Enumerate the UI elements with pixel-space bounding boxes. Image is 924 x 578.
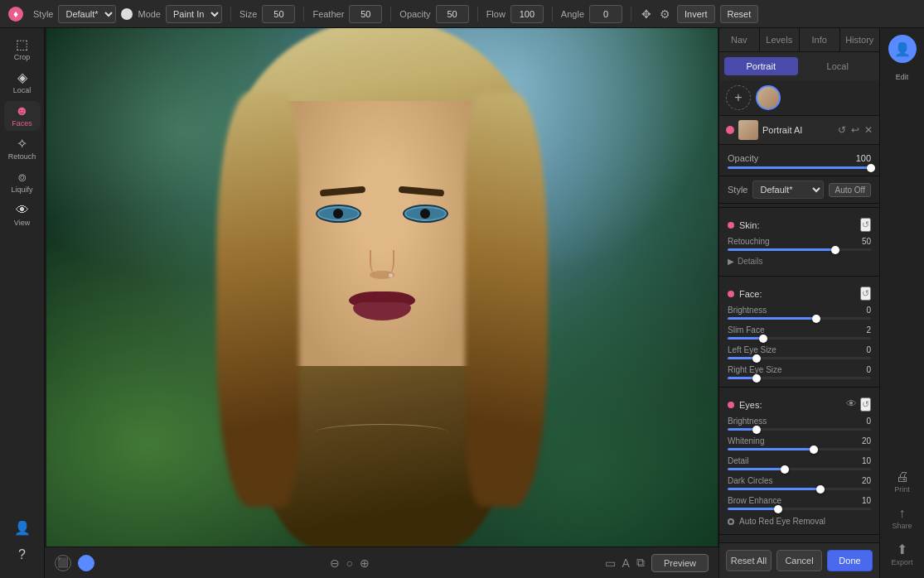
layer-thumbnail [738, 120, 758, 140]
face-thumbnail[interactable] [756, 85, 781, 110]
face-reset-button[interactable]: ↺ [860, 287, 871, 301]
brow-enhance-label: Brow Enhance [728, 496, 781, 505]
tab-local[interactable]: Local [801, 57, 875, 75]
feather-input[interactable]: 50 [349, 5, 382, 23]
eyes-dot [728, 402, 734, 408]
main-area: ⬚ Crop ◈ Local ☻ Faces ✧ Retouch ⌾ Liqui… [0, 28, 924, 578]
user-avatar[interactable]: 👤 [888, 35, 917, 63]
face-brightness-slider[interactable] [728, 317, 871, 320]
layer-reset-icon[interactable]: ↺ [838, 124, 846, 136]
export-button[interactable]: ⬆ Export [884, 538, 921, 571]
face-dot [728, 291, 734, 297]
help-icon-btn[interactable]: ? [4, 545, 41, 565]
skin-section-header: Skin: ↺ [719, 211, 879, 235]
crop-label: Crop [14, 53, 31, 61]
skin-reset-button[interactable]: ↺ [860, 218, 871, 232]
canvas-view-square[interactable]: ⬛ [55, 555, 71, 571]
local-icon: ◈ [17, 71, 27, 84]
mode-select[interactable]: Paint In [166, 5, 222, 23]
canvas-mask-icon[interactable]: ▭ [605, 556, 616, 570]
eyes-reset-button[interactable]: ↺ [860, 397, 871, 412]
reset-button[interactable]: Reset [720, 5, 759, 23]
details-row[interactable]: ▶ Details [719, 255, 879, 272]
angle-input[interactable]: 0 [589, 5, 622, 23]
hair-sides [216, 28, 548, 547]
layer-undo-icon[interactable]: ↩ [851, 124, 859, 136]
eyes-title: Eyes: [739, 400, 762, 410]
add-face-button[interactable]: + [726, 85, 751, 110]
sidebar-item-local[interactable]: ◈ Local [4, 68, 41, 98]
detail-slider[interactable] [728, 468, 871, 470]
retouching-slider[interactable] [728, 248, 871, 251]
whitening-value: 20 [862, 436, 871, 446]
done-button[interactable]: Done [827, 550, 873, 571]
top-toolbar: ♦ Style Default* Mode Paint In Size 50 F… [0, 0, 924, 28]
layer-actions: ↺ ↩ ✕ [838, 124, 873, 136]
zoom-out-icon[interactable]: ⊖ [330, 556, 340, 570]
eyes-brightness-slider[interactable] [728, 428, 871, 431]
dark-circles-slider[interactable] [728, 488, 871, 490]
fit-icon[interactable]: ○ [346, 556, 353, 570]
export-label: Export [891, 558, 912, 566]
style-label: Style [33, 9, 53, 19]
tab-levels[interactable]: Levels [760, 28, 801, 51]
settings-icon[interactable]: ⚙ [658, 7, 672, 22]
eyes-enhance-icon[interactable]: 👁 [846, 397, 857, 412]
sidebar-item-faces[interactable]: ☻ Faces [4, 101, 41, 131]
toolbar-sep-4 [477, 7, 478, 22]
tab-history[interactable]: History [840, 28, 880, 51]
whitening-slider[interactable] [728, 448, 871, 450]
share-button[interactable]: ↑ Share [884, 502, 921, 535]
whitening-label: Whitening [728, 436, 764, 446]
sidebar-item-crop[interactable]: ⬚ Crop [4, 35, 41, 65]
retouch-icon: ✧ [17, 137, 27, 151]
canvas-view-round[interactable] [78, 555, 94, 571]
eyes-brightness-label: Brightness [728, 417, 767, 426]
opacity-row: Opacity 100 [719, 150, 879, 176]
right-eye-slider[interactable] [728, 377, 871, 379]
flow-input[interactable]: 100 [510, 5, 544, 23]
layer-visibility-toggle[interactable] [726, 126, 734, 134]
zoom-in-icon[interactable]: ⊕ [360, 556, 370, 570]
eyes-section-header: Eyes: 👁 ↺ [719, 391, 879, 415]
lips [349, 291, 415, 320]
export-icon: ⬆ [897, 543, 907, 556]
people-icon-btn[interactable]: 👤 [4, 518, 41, 538]
size-input[interactable]: 50 [262, 5, 295, 23]
style-select-panel[interactable]: Default* [752, 181, 824, 199]
sidebar-item-retouch[interactable]: ✧ Retouch [4, 134, 41, 164]
preview-button[interactable]: Preview [651, 554, 709, 572]
slim-face-slider[interactable] [728, 337, 871, 340]
brow-enhance-slider[interactable] [728, 508, 871, 510]
canvas-text-icon[interactable]: A [622, 556, 630, 570]
left-eye-slider[interactable] [728, 357, 871, 359]
sidebar-item-liquify[interactable]: ⌾ Liquify [4, 167, 41, 197]
sidebar-item-view[interactable]: 👁 View [4, 200, 41, 230]
detail-label: Detail [728, 456, 749, 465]
face-brightness-value: 0 [866, 306, 871, 315]
auto-red-eye-checkbox[interactable] [728, 518, 734, 525]
canvas-compare-icon[interactable]: ⧉ [636, 556, 645, 570]
auto-off-button[interactable]: Auto Off [829, 183, 871, 197]
user-avatar-icon: 👤 [894, 41, 911, 57]
tab-info[interactable]: Info [800, 28, 840, 51]
far-right-panel: 👤 Edit 🖨 Print ↑ Share ⬆ Export [879, 28, 924, 578]
eyedropper-icon[interactable]: ✥ [640, 7, 653, 22]
opacity-slider[interactable] [728, 166, 871, 169]
divider-2 [719, 276, 879, 277]
canvas-bottom-bar: ⬛ ⊖ ○ ⊕ ▭ A ⧉ Preview [45, 547, 718, 578]
print-button[interactable]: 🖨 Print [884, 465, 921, 499]
print-icon: 🖨 [896, 470, 909, 484]
tab-portrait[interactable]: Portrait [724, 57, 798, 75]
invert-button[interactable]: Invert [677, 5, 715, 23]
reset-all-button[interactable]: Reset All [726, 550, 772, 571]
retouching-value: 50 [862, 237, 871, 246]
brow-enhance-value: 10 [862, 496, 871, 505]
layer-close-icon[interactable]: ✕ [864, 124, 873, 136]
details-label: Details [738, 257, 763, 266]
style-select[interactable]: Default* [58, 5, 116, 23]
cancel-button[interactable]: Cancel [776, 550, 822, 571]
tab-nav[interactable]: Nav [719, 28, 760, 51]
face-brightness-slider-row: Brightness 0 [719, 304, 879, 324]
opacity-input[interactable]: 50 [436, 5, 469, 23]
